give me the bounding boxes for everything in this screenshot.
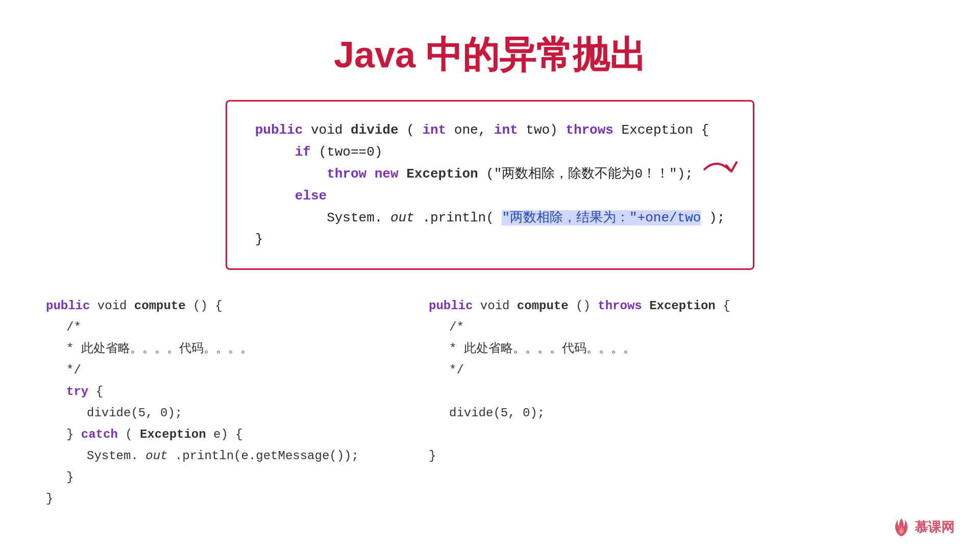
code-text: } bbox=[255, 232, 263, 247]
left-line-1: public void compute () { bbox=[46, 295, 398, 317]
left-line-9: } bbox=[46, 467, 398, 488]
code-text: ( bbox=[406, 122, 414, 138]
text: .println(e.getMessage()); bbox=[175, 449, 359, 463]
right-line-6: divide(5, 0); bbox=[429, 403, 980, 424]
keyword-if: if bbox=[295, 144, 311, 160]
method: compute bbox=[517, 299, 569, 313]
code-indent bbox=[255, 166, 319, 182]
method: compute bbox=[134, 299, 186, 313]
keyword-int2: int bbox=[494, 122, 518, 138]
code-box-wrapper: public void divide ( int one, int two) t… bbox=[0, 100, 980, 270]
left-line-2: /* bbox=[46, 317, 398, 338]
out-italic: out bbox=[145, 449, 167, 463]
exc: Exception bbox=[140, 428, 206, 441]
keyword-int: int bbox=[422, 122, 446, 138]
left-line-3: * 此处省略。。。。代码。。。。 bbox=[46, 338, 398, 360]
text: { bbox=[96, 385, 103, 398]
page-title: Java 中的异常抛出 bbox=[0, 31, 980, 80]
keyword-else: else bbox=[295, 188, 327, 204]
kw-public: public bbox=[429, 299, 473, 313]
text: System. bbox=[87, 449, 138, 463]
checkmark-decoration bbox=[702, 155, 738, 186]
right-line-5 bbox=[429, 381, 980, 403]
code-line-6: } bbox=[255, 229, 725, 251]
out-italic: out bbox=[390, 210, 414, 226]
left-line-4: */ bbox=[46, 360, 398, 381]
bottom-section: public void compute () { /* * 此处省略。。。。代码… bbox=[0, 295, 980, 510]
main-code-box: public void divide ( int one, int two) t… bbox=[226, 100, 755, 270]
text: () { bbox=[193, 299, 223, 313]
system-text: System. bbox=[327, 210, 382, 226]
keyword-throws: throws bbox=[566, 122, 614, 138]
left-line-10: } bbox=[46, 488, 398, 510]
right-line-3: * 此处省略。。。。代码。。。。 bbox=[429, 338, 980, 360]
kw-try: try bbox=[66, 385, 88, 398]
exc-type: Exception bbox=[649, 299, 716, 313]
text: e) { bbox=[213, 428, 243, 441]
code-text: .println( bbox=[422, 210, 494, 226]
kw-public: public bbox=[46, 299, 90, 313]
left-code-block: public void compute () { /* * 此处省略。。。。代码… bbox=[41, 295, 398, 510]
left-line-5: try { bbox=[46, 381, 398, 403]
code-text: (two==0) bbox=[319, 144, 383, 160]
code-line-1: public void divide ( int one, int two) t… bbox=[255, 119, 725, 141]
right-line-8: } bbox=[429, 445, 980, 467]
string-highlighted: "两数相除，结果为："+one/two bbox=[502, 210, 701, 226]
keyword-new: new bbox=[375, 166, 399, 182]
method-name: divide bbox=[351, 122, 399, 138]
right-line-1: public void compute () throws Exception … bbox=[429, 295, 980, 317]
kw-catch: catch bbox=[81, 428, 118, 441]
text: void bbox=[97, 299, 134, 313]
code-text: Exception { bbox=[622, 122, 709, 138]
code-text: ("两数相除，除数不能为0！！"); bbox=[486, 166, 693, 182]
right-line-7 bbox=[429, 424, 980, 445]
kw-throws: throws bbox=[598, 299, 642, 313]
code-indent bbox=[255, 188, 287, 204]
code-text: ); bbox=[709, 210, 725, 226]
left-line-8: System. out .println(e.getMessage()); bbox=[46, 445, 398, 467]
code-line-5: System. out .println( "两数相除，结果为："+one/tw… bbox=[255, 207, 725, 229]
code-line-3: throw new Exception ("两数相除，除数不能为0！！"); bbox=[255, 163, 725, 185]
code-text: one, bbox=[454, 122, 486, 138]
left-line-6: divide(5, 0); bbox=[46, 403, 398, 424]
code-text bbox=[255, 144, 287, 160]
right-line-2: /* bbox=[429, 317, 980, 338]
text: void bbox=[480, 299, 517, 313]
text: } bbox=[66, 428, 81, 441]
keyword-throw: throw bbox=[327, 166, 366, 182]
code-line-2: if (two==0) bbox=[255, 141, 725, 163]
code-text: two) bbox=[526, 122, 566, 138]
code-text: void bbox=[311, 122, 351, 138]
text: ( bbox=[125, 428, 132, 441]
exception-class: Exception bbox=[406, 166, 478, 182]
code-line-4: else bbox=[255, 185, 725, 207]
flame-icon bbox=[893, 517, 910, 537]
watermark-text: 慕课网 bbox=[915, 518, 954, 536]
text: () bbox=[576, 299, 598, 313]
keyword-public: public bbox=[255, 122, 303, 138]
right-code-block: public void compute () throws Exception … bbox=[398, 295, 980, 510]
right-line-4: */ bbox=[429, 360, 980, 381]
left-line-7: } catch ( Exception e) { bbox=[46, 424, 398, 445]
title-section: Java 中的异常抛出 bbox=[0, 0, 980, 100]
watermark: 慕课网 bbox=[893, 517, 954, 537]
text: { bbox=[723, 299, 730, 313]
code-indent bbox=[255, 210, 319, 226]
